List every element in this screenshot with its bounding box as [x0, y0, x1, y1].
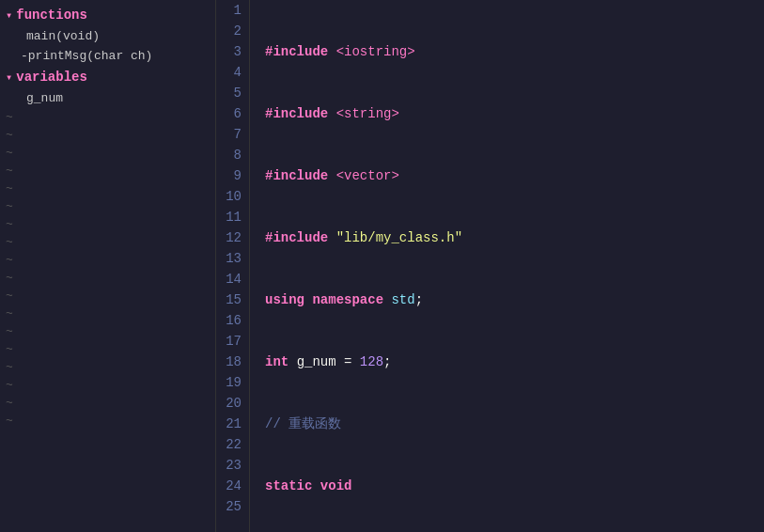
sidebar-tilde: ~ [0, 269, 215, 287]
code-line-4: #include "lib/my_class.h" [265, 227, 764, 248]
line-num-17: 17 [216, 331, 242, 352]
line-num-25: 25 [216, 496, 242, 517]
sidebar-item-main[interactable]: main(void) [0, 26, 215, 46]
code-line-3: #include <vector> [265, 165, 764, 186]
sidebar-functions-label: functions [16, 8, 87, 23]
line-num-18: 18 [216, 352, 242, 372]
line-num-4: 4 [216, 62, 242, 83]
sidebar-tilde: ~ [0, 108, 215, 126]
sidebar-tilde: ~ [0, 126, 215, 144]
sidebar-tilde: ~ [0, 358, 215, 376]
sidebar-tilde: ~ [0, 376, 215, 394]
line-num-1: 1 [216, 0, 242, 21]
sidebar-tilde: ~ [0, 233, 215, 251]
code-line-8: static void [265, 476, 764, 496]
sidebar-tilde: ~ [0, 322, 215, 340]
line-num-14: 14 [216, 269, 242, 289]
sidebar-tilde: ~ [0, 251, 215, 269]
line-num-12: 12 [216, 227, 242, 248]
sidebar-functions-header[interactable]: ▾ functions [0, 4, 215, 26]
sidebar-variables-label: variables [16, 70, 87, 85]
line-num-13: 13 [216, 248, 242, 269]
sidebar-item-printmsg[interactable]: -printMsg(char ch) [0, 46, 215, 66]
line-num-2: 2 [216, 21, 242, 41]
sidebar-tilde: ~ [0, 287, 215, 305]
code-line-7: // 重载函数 [265, 414, 764, 434]
sidebar-tilde: ~ [0, 144, 215, 162]
code-line-2: #include <string> [265, 103, 764, 124]
line-num-24: 24 [216, 476, 242, 496]
line-num-7: 7 [216, 124, 242, 145]
line-num-22: 22 [216, 434, 242, 455]
line-num-3: 3 [216, 41, 242, 62]
line-num-9: 9 [216, 165, 242, 186]
editor: 1 2 3 4 5 6 7 8 9 10 11 12 13 14 15 16 1… [216, 0, 764, 532]
variables-arrow-icon: ▾ [6, 70, 12, 85]
sidebar-tilde: ~ [0, 305, 215, 322]
sidebar-tilde: ~ [0, 162, 215, 180]
sidebar-tilde: ~ [0, 412, 215, 430]
sidebar-tilde: ~ [0, 215, 215, 233]
line-num-21: 21 [216, 414, 242, 434]
line-num-5: 5 [216, 83, 242, 103]
line-num-6: 6 [216, 103, 242, 124]
functions-arrow-icon: ▾ [6, 8, 12, 23]
code-area[interactable]: #include <iostring> #include <string> #i… [250, 0, 764, 532]
sidebar-tilde: ~ [0, 394, 215, 412]
sidebar-item-gnum[interactable]: g_num [0, 88, 215, 108]
code-line-1: #include <iostring> [265, 41, 764, 62]
sidebar-tilde: ~ [0, 197, 215, 215]
line-num-19: 19 [216, 372, 242, 393]
line-num-11: 11 [216, 207, 242, 227]
sidebar-tilde: ~ [0, 180, 215, 197]
code-line-6: int g_num = 128; [265, 352, 764, 372]
line-numbers: 1 2 3 4 5 6 7 8 9 10 11 12 13 14 15 16 1… [216, 0, 250, 532]
code-line-5: using namespace std; [265, 289, 764, 310]
sidebar: ▾ functions main(void) -printMsg(char ch… [0, 0, 216, 532]
sidebar-variables-header[interactable]: ▾ variables [0, 66, 215, 88]
line-num-16: 16 [216, 310, 242, 331]
line-num-10: 10 [216, 186, 242, 207]
line-num-20: 20 [216, 393, 242, 414]
line-num-15: 15 [216, 289, 242, 310]
line-num-23: 23 [216, 455, 242, 476]
sidebar-tilde: ~ [0, 340, 215, 358]
line-num-8: 8 [216, 145, 242, 165]
